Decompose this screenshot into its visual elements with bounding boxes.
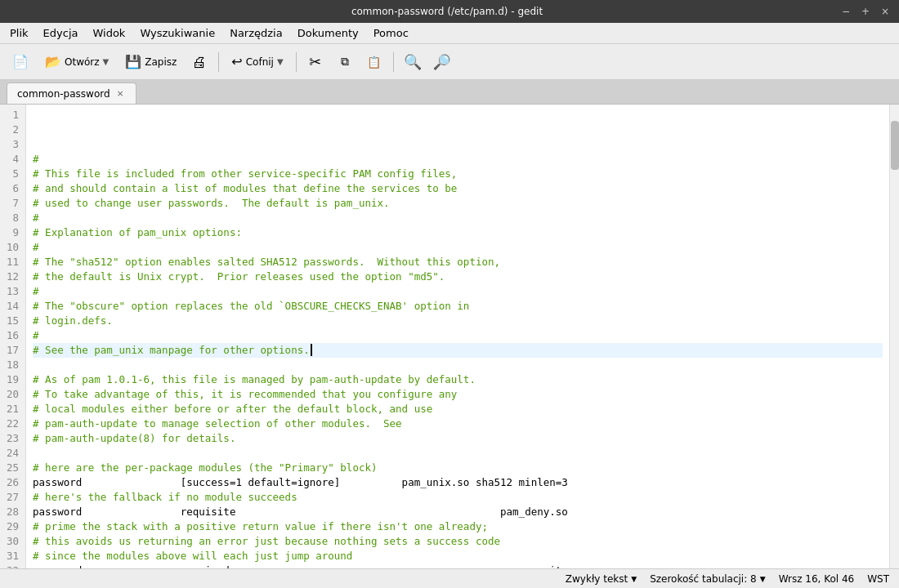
line-number: 5 xyxy=(7,167,19,181)
line-number: 14 xyxy=(7,299,19,314)
undo-dropdown-arrow: ▼ xyxy=(277,57,284,66)
new-icon: 📄 xyxy=(12,54,29,69)
code-line: password requisite pam_deny.so xyxy=(33,505,883,519)
code-line: # login.defs. xyxy=(33,314,883,328)
line-numbers: 1234567891011121314151617181920212223242… xyxy=(0,105,26,568)
tab-width-label: Szerokość tabulacji: 8 xyxy=(650,573,757,585)
print-icon: 🖨 xyxy=(192,53,207,70)
toolbar: 📄 📂 Otwórz ▼ 💾 Zapisz 🖨 ↩ Cofnij ▼ ✂ ⧉ 📋… xyxy=(0,44,899,80)
maximize-button[interactable]: + xyxy=(858,4,873,19)
scrollbar[interactable] xyxy=(889,105,899,568)
code-line: # As of pam 1.0.1-6, this file is manage… xyxy=(33,372,883,387)
new-button[interactable]: 📄 xyxy=(5,48,36,76)
open-icon: 📂 xyxy=(45,54,61,69)
code-line: # This file is included from other servi… xyxy=(33,167,883,181)
line-number: 11 xyxy=(7,255,19,270)
tab-close-button[interactable]: × xyxy=(115,88,126,99)
minimize-button[interactable]: − xyxy=(839,4,853,19)
encoding-selector[interactable]: WST xyxy=(867,573,889,585)
code-line: # xyxy=(33,328,883,343)
code-line: # The "obscure" option replaces the old … xyxy=(33,299,883,314)
copy-button[interactable]: ⧉ xyxy=(331,48,359,76)
code-line: # prime the stack with a positive return… xyxy=(33,519,883,534)
code-line: # pam-auth-update to manage selection of… xyxy=(33,416,883,431)
undo-button[interactable]: ↩ Cofnij ▼ xyxy=(224,48,290,76)
line-number: 24 xyxy=(7,446,19,461)
code-line xyxy=(33,446,883,461)
line-number: 26 xyxy=(7,475,19,490)
line-number: 32 xyxy=(7,564,19,568)
cut-icon: ✂ xyxy=(309,53,321,70)
titlebar: common-password (/etc/pam.d) - gedit − +… xyxy=(0,0,899,23)
find-replace-icon: 🔍 xyxy=(433,53,451,70)
line-number: 30 xyxy=(7,534,19,549)
line-number: 10 xyxy=(7,240,19,255)
line-number: 13 xyxy=(7,284,19,299)
tab-width-selector[interactable]: Szerokość tabulacji: 8 ▼ xyxy=(650,573,766,585)
code-line: # The "sha512" option enables salted SHA… xyxy=(33,255,883,270)
line-number: 2 xyxy=(7,122,19,137)
paste-button[interactable]: 📋 xyxy=(360,48,388,76)
find-replace-button[interactable]: 🔍 xyxy=(428,48,456,76)
save-icon: 💾 xyxy=(125,54,141,69)
line-number: 28 xyxy=(7,505,19,519)
text-type-label: Zwykły tekst xyxy=(566,573,628,585)
menu-item-narzędzia[interactable]: Narzędzia xyxy=(223,24,289,42)
close-button[interactable]: × xyxy=(878,4,892,19)
code-line: password required pam_permit.so xyxy=(33,564,883,568)
code-line: # since the modules above will each just… xyxy=(33,549,883,564)
open-button[interactable]: 📂 Otwórz ▼ xyxy=(38,48,116,76)
tab-label: common-password xyxy=(17,88,110,100)
line-number: 9 xyxy=(7,225,19,240)
code-line: # xyxy=(33,284,883,299)
line-number: 19 xyxy=(7,372,19,387)
paste-icon: 📋 xyxy=(367,56,381,69)
code-line: # xyxy=(33,240,883,255)
position-label: Wrsz 16, Kol 46 xyxy=(779,573,855,585)
text-type-arrow: ▼ xyxy=(631,575,637,583)
menu-item-wyszukiwanie[interactable]: Wyszukiwanie xyxy=(133,24,221,42)
code-line: # Explanation of pam_unix options: xyxy=(33,225,883,240)
line-number: 4 xyxy=(7,152,19,167)
window-controls: − + × xyxy=(839,4,892,19)
line-number: 25 xyxy=(7,461,19,475)
line-number: 3 xyxy=(7,137,19,152)
print-button[interactable]: 🖨 xyxy=(186,48,213,76)
save-button[interactable]: 💾 Zapisz xyxy=(118,48,184,76)
line-number: 1 xyxy=(7,108,19,122)
line-number: 29 xyxy=(7,519,19,534)
code-editor[interactable]: ## This file is included from other serv… xyxy=(26,105,889,568)
open-dropdown-arrow: ▼ xyxy=(103,57,110,66)
line-number: 16 xyxy=(7,328,19,343)
line-number: 21 xyxy=(7,402,19,416)
line-number: 17 xyxy=(7,343,19,358)
code-line xyxy=(33,358,883,372)
line-number: 18 xyxy=(7,358,19,372)
line-number: 7 xyxy=(7,196,19,211)
text-type-selector[interactable]: Zwykły tekst ▼ xyxy=(566,573,637,585)
line-number: 27 xyxy=(7,490,19,505)
toolbar-separator-2 xyxy=(296,52,297,72)
menubar: PlikEdycjaWidokWyszukiwanieNarzędziaDoku… xyxy=(0,23,899,44)
search-button[interactable]: 🔍 xyxy=(399,48,427,76)
code-line: # the default is Unix crypt. Prior relea… xyxy=(33,270,883,284)
line-number: 22 xyxy=(7,416,19,431)
toolbar-separator-1 xyxy=(218,52,219,72)
line-number: 20 xyxy=(7,387,19,402)
cut-button[interactable]: ✂ xyxy=(302,48,329,76)
menu-item-widok[interactable]: Widok xyxy=(86,24,132,42)
tabbar: common-password × xyxy=(0,80,899,105)
encoding-label: WST xyxy=(867,573,889,585)
menu-item-plik[interactable]: Plik xyxy=(3,24,35,42)
line-number: 8 xyxy=(7,211,19,225)
editor-container: 1234567891011121314151617181920212223242… xyxy=(0,105,899,568)
line-number: 15 xyxy=(7,314,19,328)
menu-item-dokumenty[interactable]: Dokumenty xyxy=(291,24,365,42)
scrollbar-thumb[interactable] xyxy=(891,121,899,170)
code-line: # pam-auth-update(8) for details. xyxy=(33,431,883,446)
menu-item-pomoc[interactable]: Pomoc xyxy=(367,24,415,42)
active-tab[interactable]: common-password × xyxy=(7,82,136,104)
code-line: # xyxy=(33,211,883,225)
menu-item-edycja[interactable]: Edycja xyxy=(37,24,85,42)
statusbar: Zwykły tekst ▼ Szerokość tabulacji: 8 ▼ … xyxy=(0,568,899,588)
